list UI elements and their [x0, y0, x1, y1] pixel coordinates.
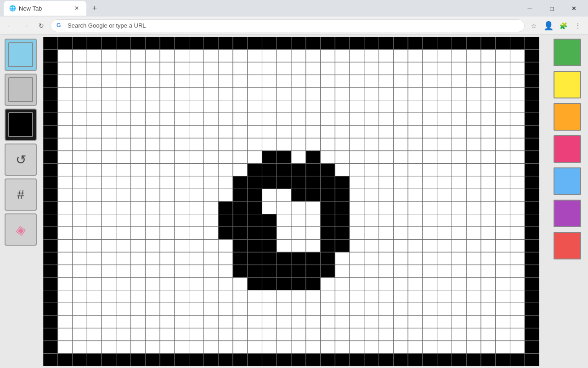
secondary-color-swatch[interactable] — [5, 74, 37, 106]
tab-title: New Tab — [19, 5, 70, 12]
google-logo: G — [57, 22, 64, 29]
address-bar[interactable]: G Search Google or type a URL — [51, 19, 525, 32]
reload-button[interactable]: ↻ — [35, 19, 48, 32]
pixel-canvas[interactable] — [43, 37, 539, 366]
undo-icon: ↺ — [16, 152, 26, 167]
app-area: ↺ # ◈ — [0, 35, 588, 368]
window-controls: ─ ◻ ✕ — [519, 0, 584, 17]
new-tab-button[interactable]: + — [88, 2, 101, 15]
tab-close-button[interactable]: ✕ — [73, 4, 81, 12]
palette-color-pink[interactable] — [554, 135, 581, 163]
minimize-button[interactable]: ─ — [519, 0, 540, 17]
left-toolbar: ↺ # ◈ — [0, 35, 41, 368]
eraser-tool[interactable]: ◈ — [5, 213, 37, 246]
extensions-button[interactable]: 🧩 — [557, 19, 570, 32]
navigation-bar: ← → ↻ G Search Google or type a URL ☆ 👤 … — [0, 17, 588, 35]
active-tab[interactable]: 🌐 New Tab ✕ — [4, 1, 86, 16]
back-button[interactable]: ← — [4, 19, 17, 32]
palette-color-orange[interactable] — [554, 103, 581, 131]
profile-icon[interactable]: 👤 — [542, 19, 555, 32]
forward-button[interactable]: → — [19, 19, 32, 32]
palette-color-lightblue[interactable] — [554, 167, 581, 195]
browser-frame: 🌐 New Tab ✕ + ─ ◻ ✕ ← → ↻ G Search Googl… — [0, 0, 588, 35]
primary-color-swatch[interactable] — [5, 39, 37, 71]
tertiary-color-swatch[interactable] — [5, 109, 37, 141]
palette-color-purple[interactable] — [554, 200, 581, 227]
eraser-icon: ◈ — [14, 221, 27, 238]
grid-tool[interactable]: # — [5, 178, 37, 211]
canvas-area — [41, 35, 547, 368]
maximize-button[interactable]: ◻ — [541, 0, 562, 17]
color-primary — [8, 42, 33, 67]
grid-icon: # — [17, 187, 24, 202]
menu-button[interactable]: ⋮ — [571, 19, 584, 32]
palette-color-yellow[interactable] — [554, 71, 581, 98]
nav-right-icons: ☆ 👤 🧩 ⋮ — [527, 19, 584, 32]
close-button[interactable]: ✕ — [563, 0, 584, 17]
palette-color-red[interactable] — [554, 232, 581, 259]
tab-bar: 🌐 New Tab ✕ + ─ ◻ ✕ — [0, 0, 588, 17]
bookmark-button[interactable]: ☆ — [527, 19, 540, 32]
undo-tool[interactable]: ↺ — [5, 144, 37, 176]
palette-color-green[interactable] — [554, 39, 581, 66]
right-palette — [547, 35, 588, 368]
color-tertiary — [8, 112, 33, 137]
color-secondary — [8, 77, 33, 102]
address-text: Search Google or type a URL — [68, 22, 146, 29]
